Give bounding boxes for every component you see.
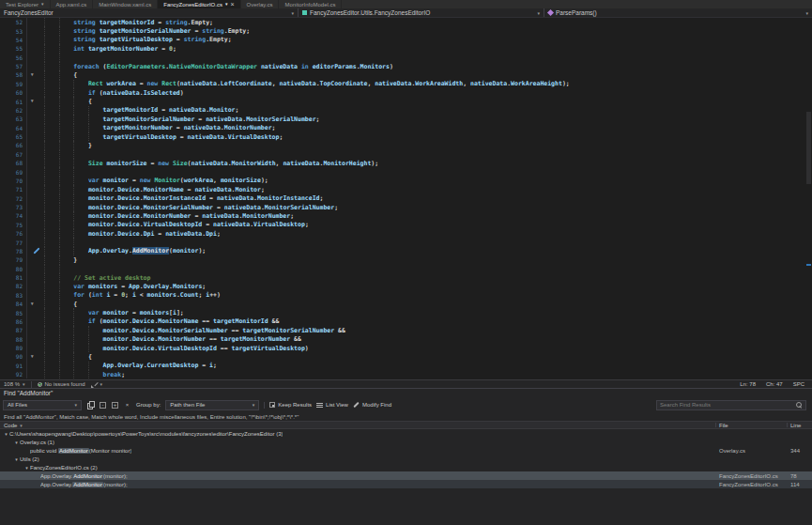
glyph-margin[interactable] (26, 54, 44, 62)
find-result-row[interactable]: public void AddMonitor(Monitor monitor)O… (0, 446, 812, 455)
editor-scrollbar-thumb[interactable] (806, 112, 811, 184)
glyph-margin[interactable] (26, 124, 44, 132)
code-line[interactable]: 63targetMonitorSerialNumber = nativeData… (0, 115, 812, 123)
line-number[interactable]: 89 (0, 345, 26, 351)
glyph-margin[interactable] (26, 282, 44, 290)
clear-results-icon[interactable]: × (123, 401, 131, 409)
glyph-margin[interactable] (26, 247, 44, 255)
glyph-margin[interactable] (26, 203, 44, 211)
glyph-margin[interactable] (26, 265, 44, 273)
zoom-control[interactable]: 108 % ▾ (4, 381, 25, 387)
code-line[interactable]: 80 (0, 265, 812, 273)
code-line[interactable]: 68Size monitorSize = new Size(nativeData… (0, 159, 812, 167)
line-number[interactable]: 65 (0, 133, 26, 140)
code-line[interactable]: 54string targetVirtualDesktop = string.E… (0, 36, 812, 44)
line-number[interactable]: 75 (0, 222, 26, 228)
code-line[interactable]: 62targetMonitorId = nativeData.Monitor; (0, 106, 812, 115)
line-number[interactable]: 57 (0, 63, 26, 69)
find-result-row[interactable]: App.Overlay.AddMonitor(monitor);FancyZon… (0, 471, 812, 480)
fold-chevron-icon[interactable]: ▾ (31, 352, 34, 361)
glyph-margin[interactable] (26, 273, 44, 282)
line-number[interactable]: 78 (0, 248, 26, 255)
code-line[interactable]: 58▾{ (0, 70, 812, 79)
line-number[interactable]: 77 (0, 239, 26, 246)
keep-results-toggle[interactable]: Keep Results (269, 402, 312, 408)
glyph-margin[interactable] (26, 344, 44, 352)
expander-icon[interactable]: ▾ (23, 465, 30, 471)
chevron-down-icon[interactable]: ▾ (225, 2, 228, 7)
glyph-margin[interactable] (26, 255, 44, 264)
line-number[interactable]: 62 (0, 107, 26, 114)
line-number[interactable]: 70 (0, 178, 26, 184)
glyph-margin[interactable] (26, 159, 44, 167)
glyph-margin[interactable] (26, 44, 44, 53)
find-result-row[interactable]: ▾C:\Users\shaopengwang\Desktop\powertoys… (0, 429, 812, 438)
column-file[interactable]: File (719, 423, 728, 428)
line-number[interactable]: 52 (0, 19, 26, 25)
glyph-margin[interactable] (26, 194, 44, 203)
tab-monitorinfomodel-cs[interactable]: MonitorInfoModel.cs (279, 0, 342, 8)
fold-chevron-icon[interactable]: ▾ (31, 300, 34, 308)
type-dropdown[interactable]: FancyZonesEditor.Utils.FancyZonesEditorI… (299, 8, 544, 17)
code-line[interactable]: 84▾{ (0, 300, 812, 308)
glyph-margin[interactable] (26, 335, 44, 344)
code-line[interactable]: 55int targetMonitorNumber = 0; (0, 44, 812, 53)
code-line[interactable]: 83for (int i = 0; i < monitors.Count; i+… (0, 291, 812, 300)
code-line[interactable]: 61▾{ (0, 97, 812, 105)
line-number[interactable]: 92 (0, 371, 26, 378)
code-line[interactable]: 82var monitors = App.Overlay.Monitors; (0, 282, 812, 290)
code-line[interactable]: 72monitor.Device.MonitorInstanceId = nat… (0, 194, 812, 203)
line-number[interactable]: 64 (0, 125, 26, 131)
code-line[interactable]: 60if (nativeData.IsSelected) (0, 88, 812, 97)
expand-all-icon[interactable]: + (111, 401, 119, 409)
code-line[interactable]: 90▾{ (0, 352, 812, 361)
code-line[interactable]: 91App.Overlay.CurrentDesktop = i; (0, 362, 812, 370)
code-line[interactable]: 86if (monitor.Device.MonitorName == targ… (0, 317, 812, 326)
glyph-margin[interactable] (26, 229, 44, 238)
glyph-margin[interactable]: ▾ (26, 300, 44, 308)
status-line-number[interactable]: Ln: 78 (740, 381, 756, 387)
glyph-margin[interactable] (26, 308, 44, 317)
column-line[interactable]: Line (790, 423, 801, 428)
line-number[interactable]: 63 (0, 116, 26, 122)
glyph-margin[interactable]: ▾ (26, 70, 44, 79)
group-by-dropdown[interactable]: Path then File ▾ (165, 400, 259, 410)
status-column-number[interactable]: Ch: 47 (766, 381, 783, 387)
code-editor[interactable]: 52string targetMonitorId = string.Empty;… (0, 18, 812, 379)
code-line[interactable]: 79} (0, 255, 812, 264)
code-line[interactable]: 59Rect workArea = new Rect(nativeData.Le… (0, 80, 812, 88)
search-find-results-input[interactable] (660, 402, 793, 408)
code-line[interactable]: 65targetVirtualDesktop = nativeData.Virt… (0, 132, 812, 141)
line-number[interactable]: 87 (0, 327, 26, 333)
column-code[interactable]: Code (4, 423, 17, 428)
line-number[interactable]: 91 (0, 363, 26, 369)
glyph-margin[interactable] (26, 88, 44, 97)
line-number[interactable]: 81 (0, 274, 26, 281)
expander-icon[interactable]: ▾ (13, 456, 20, 462)
list-view-button[interactable]: List View (316, 402, 348, 408)
glyph-margin[interactable] (26, 18, 44, 26)
code-line[interactable]: 71monitor.Device.MonitorName = nativeDat… (0, 185, 812, 193)
code-line[interactable]: 81// Set active desktop (0, 273, 812, 282)
code-line[interactable]: 53string targetMonitorSerialNumber = str… (0, 26, 812, 35)
member-dropdown[interactable]: ParseParams() ▾ (544, 8, 812, 17)
line-number[interactable]: 67 (0, 151, 26, 158)
glyph-margin[interactable] (26, 362, 44, 370)
line-number[interactable]: 59 (0, 81, 26, 87)
project-dropdown[interactable]: FancyZonesEditor ▾ (0, 8, 299, 17)
code-line[interactable]: 78App.Overlay.AddMonitor(monitor); (0, 247, 812, 255)
code-line[interactable]: 70var monitor = new Monitor(workArea, mo… (0, 177, 812, 185)
glyph-margin[interactable] (26, 370, 44, 378)
line-number[interactable]: 69 (0, 169, 26, 176)
code-line[interactable]: 76monitor.Device.Dpi = nativeData.Dpi; (0, 229, 812, 238)
line-number[interactable]: 74 (0, 212, 26, 219)
close-icon[interactable]: × (230, 1, 234, 8)
glyph-margin[interactable]: ▾ (26, 97, 44, 105)
glyph-margin[interactable] (26, 291, 44, 300)
code-line[interactable]: 69 (0, 167, 812, 176)
copy-results-icon[interactable] (86, 401, 95, 409)
line-number[interactable]: 79 (0, 256, 26, 263)
tab-overlay-cs[interactable]: Overlay.cs (241, 0, 280, 8)
glyph-margin[interactable] (26, 141, 44, 149)
line-number[interactable]: 66 (0, 142, 26, 148)
